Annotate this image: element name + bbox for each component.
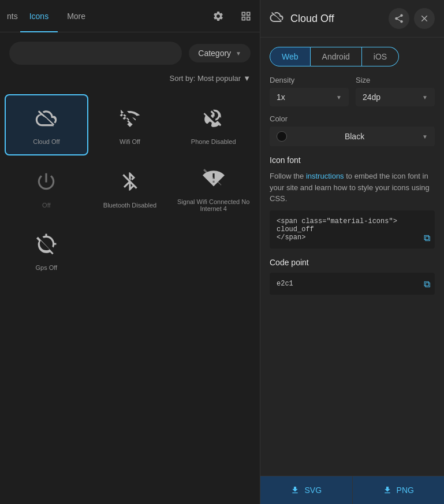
cloud-off-icon [35,107,57,132]
code-input-wrap: e2c1 ⧉ [270,273,435,295]
color-select[interactable]: Black ▼ [270,127,435,146]
icon-cell-off-partial[interactable]: Off [5,155,88,221]
nav-icons [209,7,255,25]
download-svg-icon [290,486,300,495]
wifi-off-icon [119,107,141,132]
sort-arrow-icon: ▼ [243,74,251,83]
sort-button[interactable]: Sort by: Most popular ▼ [170,74,251,83]
toolbar: Category ▼ [0,32,260,74]
icon-cell-gps-off[interactable]: Gps Off [5,221,88,280]
copy-codepoint-button[interactable]: ⧉ [424,279,430,290]
panel-header-actions [389,8,435,29]
category-button[interactable]: Category ▼ [189,44,251,62]
code-point-title: Code point [270,258,435,267]
left-panel: nts Icons More Category [0,0,260,504]
share-icon[interactable] [389,8,409,29]
density-size-row: Density 1x ▼ Size 24dp ▼ [270,76,435,106]
icon-font-description: Follow the instructions to embed the ico… [270,171,435,205]
density-group: Density 1x ▼ [270,76,349,106]
icon-cell-phone-disabled[interactable]: Phone Disabled [171,94,255,155]
icon-label-off: Off [42,202,50,209]
icon-font-title: Icon font [270,155,435,165]
tab-android[interactable]: Android [311,47,362,66]
nav-tab-partial: nts [5,12,20,21]
size-arrow-icon: ▼ [422,94,428,101]
icon-font-code-block: <span class="material-icons">cloud_off</… [270,210,435,249]
top-nav: nts Icons More [0,0,260,32]
off-partial-icon [35,171,57,196]
color-group: Color Black ▼ [270,114,435,146]
copy-code-button[interactable]: ⧉ [424,233,430,244]
phone-disabled-icon [203,107,225,132]
settings-icon[interactable] [209,7,227,25]
platform-tabs: Web Android iOS [260,38,444,66]
color-dot-black [277,131,287,142]
sort-bar: Sort by: Most popular ▼ [0,74,260,90]
signal-wifi-icon [203,167,225,192]
grid-icon[interactable] [237,7,255,25]
size-select[interactable]: 24dp ▼ [356,88,435,106]
density-arrow-icon: ▼ [336,94,342,101]
icon-label-phone-disabled: Phone Disabled [191,138,236,145]
gps-off-icon [35,233,57,258]
color-label: Color [270,114,435,123]
category-arrow-icon: ▼ [236,50,241,57]
icon-cell-bluetooth-disabled[interactable]: Bluetooth Disabled [88,155,172,221]
nav-tab-more[interactable]: More [58,0,95,32]
icon-label-wifi-off: Wifi Off [120,138,140,145]
tab-web[interactable]: Web [270,47,311,66]
icon-font-section: Icon font Follow the instructions to emb… [260,155,444,258]
right-panel: Cloud Off Web Android iOS [260,0,444,504]
icon-cell-cloud-off[interactable]: Cloud Off [5,94,88,155]
download-png-icon [383,486,392,495]
icon-label-signal-wifi: Signal Wifi Connected No Internet 4 [176,198,251,212]
svg-download-button[interactable]: SVG [260,476,353,504]
icon-cell-signal-wifi[interactable]: Signal Wifi Connected No Internet 4 [171,155,255,221]
icon-cell-wifi-off[interactable]: Wifi Off [88,94,172,155]
png-download-button[interactable]: PNG [353,476,445,504]
code-point-section: Code point e2c1 ⧉ [260,258,444,304]
bottom-actions: SVG PNG [260,476,444,504]
icon-label-bluetooth-disabled: Bluetooth Disabled [103,202,156,209]
bluetooth-disabled-icon [119,171,141,196]
density-label: Density [270,76,349,84]
nav-tab-icons[interactable]: Icons [20,0,58,32]
panel-title-icon [270,10,283,27]
icon-label-gps-off: Gps Off [35,264,57,271]
icon-grid: Cloud Off Wifi Off Phone Disabled [0,90,260,285]
close-icon[interactable] [414,8,435,29]
options-section: Density 1x ▼ Size 24dp ▼ Color Black ▼ [260,66,444,155]
panel-header: Cloud Off [260,0,444,38]
size-label: Size [356,76,435,84]
icon-label-cloud-off: Cloud Off [33,138,59,145]
instructions-link[interactable]: instructions [306,172,344,180]
code-point-block: e2c1 ⧉ [270,273,435,295]
size-group: Size 24dp ▼ [356,76,435,106]
search-area [9,42,182,65]
density-select[interactable]: 1x ▼ [270,88,349,106]
panel-title: Cloud Off [290,13,382,25]
tab-ios[interactable]: iOS [362,47,399,66]
color-arrow-icon: ▼ [422,134,428,140]
